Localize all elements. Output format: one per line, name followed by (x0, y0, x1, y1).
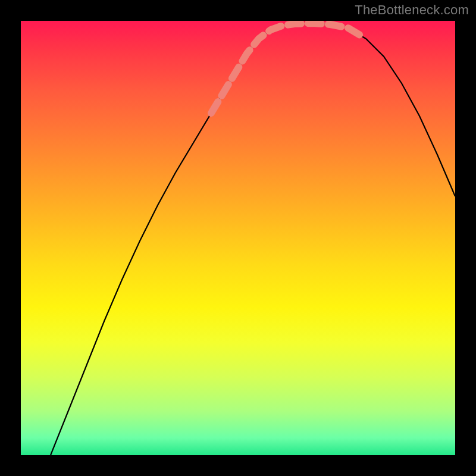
optimal-region-highlight (211, 23, 363, 113)
plot-area (21, 21, 455, 455)
outer-frame: TheBottleneck.com (0, 0, 476, 476)
chart-svg (21, 21, 455, 455)
bottleneck-curve (51, 23, 455, 455)
watermark-text: TheBottleneck.com (355, 2, 469, 18)
